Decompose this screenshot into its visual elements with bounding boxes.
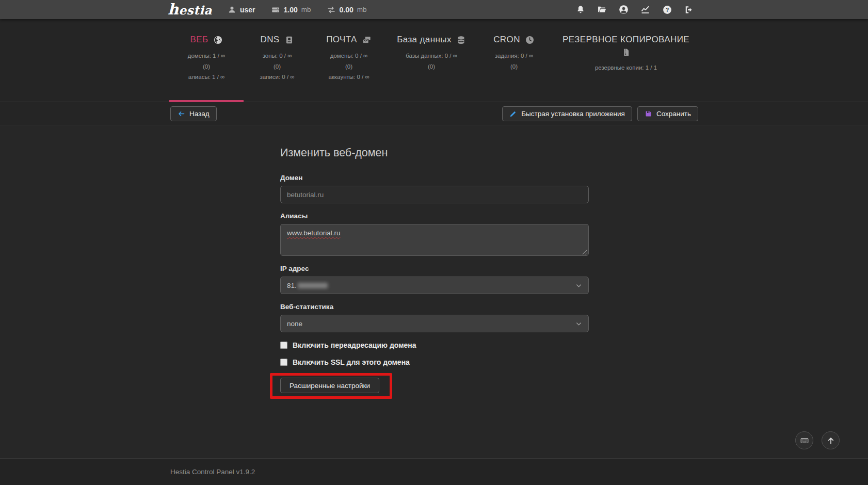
ssl-checkbox-label: Включить SSL для этого домена: [293, 358, 410, 366]
globe-icon: [213, 35, 223, 45]
tab-cron-label: CRON: [493, 35, 520, 45]
clock-icon: [525, 35, 535, 45]
hestia-logo[interactable]: hestia: [168, 0, 212, 20]
advanced-settings-button[interactable]: Расширенные настройки: [280, 378, 379, 393]
tab-backup-stats: резервные копии: 1 / 1: [552, 62, 700, 73]
hard-drive-icon: [271, 5, 280, 14]
help-button[interactable]: ?: [662, 4, 672, 15]
question-circle-icon: ?: [662, 5, 672, 15]
disk-usage: 1.00 mb: [271, 5, 311, 14]
folder-open-icon: [597, 4, 607, 15]
svg-text:?: ?: [665, 6, 669, 12]
database-icon: [456, 35, 466, 45]
tab-cron[interactable]: CRON задания: 0 / ∞ (0): [476, 19, 552, 102]
mail-icon: [362, 35, 372, 45]
scroll-to-top-button[interactable]: [822, 431, 840, 449]
tab-web-stats: домены: 1 / ∞ (0) алиасы: 1 / ∞: [169, 51, 244, 83]
ip-label: IP адрес: [280, 265, 589, 272]
tab-cron-stats: задания: 0 / ∞ (0): [476, 51, 552, 72]
back-button[interactable]: Назад: [170, 106, 217, 121]
chevron-down-icon: [575, 282, 583, 289]
user-icon: [228, 5, 236, 14]
tab-dns-label: DNS: [260, 35, 279, 45]
main-nav: ВЕБ домены: 1 / ∞ (0) алиасы: 1 / ∞ DNS …: [0, 19, 868, 102]
arrow-up-icon: [826, 436, 835, 445]
toolbar: Назад Быстрая установка приложения Сохра…: [0, 102, 868, 125]
logout-button[interactable]: [683, 4, 694, 15]
ip-select[interactable]: 81.: [280, 277, 589, 294]
user-circle-icon: [618, 4, 629, 15]
ssl-checkbox[interactable]: [280, 359, 287, 366]
user-chip[interactable]: user: [228, 5, 255, 14]
account-button[interactable]: [618, 4, 629, 15]
quick-install-button[interactable]: Быстрая установка приложения: [502, 106, 632, 121]
save-button[interactable]: Сохранить: [637, 106, 698, 121]
tab-dns-stats: зоны: 0 / ∞ (0) записи: 0 / ∞: [244, 51, 311, 83]
webstats-value: none: [287, 320, 302, 328]
disk-unit: mb: [301, 6, 311, 13]
save-floppy-icon: [645, 110, 652, 118]
edit-web-domain-form: Изменить веб-домен Домен Алиасы www.betu…: [0, 125, 868, 399]
backup-archive-icon: [622, 48, 631, 57]
tab-mail[interactable]: ПОЧТА домены: 0 / ∞ (0) аккаунты: 0 / ∞: [311, 19, 387, 102]
ip-value-prefix: 81.: [287, 282, 297, 289]
bandwidth-unit: mb: [357, 6, 367, 13]
tab-databases-stats: базы данных: 0 / ∞ (0): [387, 51, 476, 72]
bandwidth-usage: 0.00 mb: [327, 5, 367, 14]
tab-backup[interactable]: РЕЗЕРВНОЕ КОПИРОВАНИЕ резервные копии: 1…: [552, 19, 700, 102]
aliases-label: Алиасы: [280, 212, 589, 220]
footer: Hestia Control Panel v1.9.2: [0, 458, 868, 485]
notifications-button[interactable]: [575, 4, 586, 15]
tab-web[interactable]: ВЕБ домены: 1 / ∞ (0) алиасы: 1 / ∞: [169, 19, 244, 102]
page-title: Изменить веб-домен: [280, 147, 868, 159]
tab-backup-label: РЕЗЕРВНОЕ КОПИРОВАНИЕ: [562, 35, 689, 45]
topbar: hestia user 1.00 mb 0.00 mb: [0, 0, 868, 19]
logout-icon: [684, 5, 694, 15]
logo-text: estia: [179, 3, 212, 17]
disk-value: 1.00: [284, 6, 298, 14]
ssl-checkbox-row[interactable]: Включить SSL для этого домена: [280, 358, 868, 366]
chart-line-icon: [640, 4, 651, 15]
domain-input[interactable]: [280, 186, 589, 203]
aliases-textarea[interactable]: www.betutorial.ru: [280, 224, 589, 256]
user-label: user: [240, 6, 255, 14]
pencil-icon: [509, 110, 517, 118]
file-manager-button[interactable]: [597, 4, 607, 15]
bandwidth-value: 0.00: [340, 6, 353, 14]
domain-label: Домен: [280, 174, 589, 182]
active-tab-underline: [169, 100, 244, 102]
ip-masked-value: [298, 283, 328, 288]
footer-version-text: Hestia Control Panel v1.9.2: [170, 468, 255, 476]
shortcuts-button[interactable]: [795, 431, 813, 449]
floating-buttons: [795, 431, 840, 449]
keyboard-icon: [800, 436, 809, 445]
aliases-value: www.betutorial.ru: [287, 229, 341, 237]
tab-databases-label: База данных: [397, 35, 452, 45]
statistics-button[interactable]: [640, 4, 651, 15]
bell-icon: [575, 5, 586, 15]
tab-databases[interactable]: База данных базы данных: 0 / ∞ (0): [387, 19, 476, 102]
webstats-label: Веб-статистика: [280, 303, 589, 311]
textarea-resize-handle[interactable]: [582, 249, 587, 254]
tab-dns[interactable]: DNS зоны: 0 / ∞ (0) записи: 0 / ∞: [244, 19, 311, 102]
back-arrow-icon: [178, 110, 185, 118]
redirect-checkbox-row[interactable]: Включить переадресацию домена: [280, 341, 868, 349]
annotation-highlight-box: Расширенные настройки: [270, 373, 392, 399]
redirect-checkbox[interactable]: [280, 342, 287, 349]
tab-mail-label: ПОЧТА: [326, 35, 357, 45]
webstats-select[interactable]: none: [280, 315, 589, 332]
tab-mail-stats: домены: 0 / ∞ (0) аккаунты: 0 / ∞: [311, 51, 387, 83]
tab-web-label: ВЕБ: [190, 35, 208, 45]
dns-zones-icon: [284, 35, 294, 45]
redirect-checkbox-label: Включить переадресацию домена: [293, 341, 416, 349]
transfer-arrows-icon: [327, 5, 336, 14]
chevron-down-icon: [575, 320, 583, 328]
